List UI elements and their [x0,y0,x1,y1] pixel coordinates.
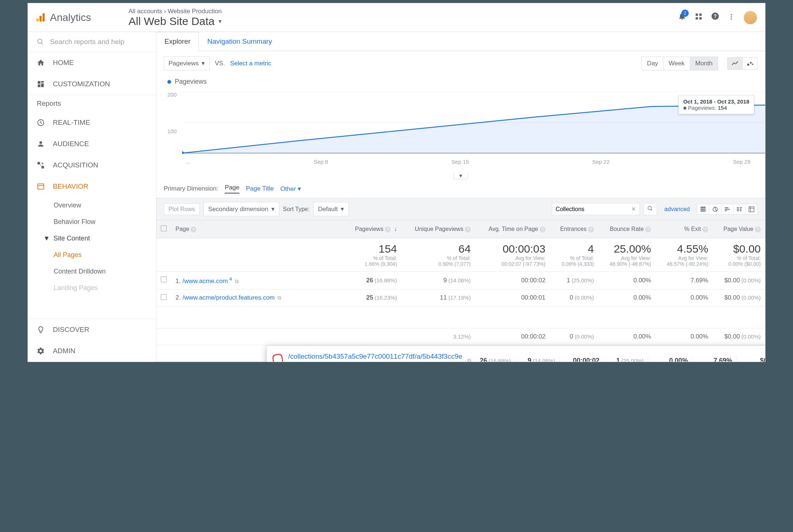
search-input[interactable] [556,206,631,213]
sidebar-item-audience[interactable]: AUDIENCE [28,133,156,155]
expand-chart-icon[interactable]: ▾ [453,172,468,180]
range-day[interactable]: Day [641,57,663,70]
sub-item-behavior-flow[interactable]: Behavior Flow [54,214,156,230]
search-reports[interactable]: Search reports and help [28,32,156,52]
line-chart-icon[interactable] [727,57,743,70]
vs-label: VS. [215,60,225,67]
page-link[interactable]: /www.acme/product.features.com [182,294,275,301]
pivot-view-icon[interactable] [745,204,758,215]
sub-item-all-pages[interactable]: All Pages [54,247,156,263]
caret-down-icon: ▼ [43,235,50,242]
range-month[interactable]: Month [690,57,718,70]
table-row [156,306,765,328]
svg-rect-35 [700,207,706,208]
sidebar-item-discover[interactable]: DISCOVER [28,319,156,340]
svg-rect-5 [696,17,698,19]
svg-rect-16 [41,83,44,87]
plot-rows-button[interactable]: Plot Rows [164,203,200,215]
sidebar-item-home[interactable]: HOME [28,52,156,73]
app-header: Analytics All accounts › Website Product… [28,3,765,32]
svg-rect-14 [38,81,40,84]
svg-point-31 [182,151,184,154]
page-link[interactable]: /www.acme.com [182,278,228,285]
clock-icon [37,119,45,127]
table-search[interactable]: ✕ [552,203,640,215]
table-row[interactable]: 1. /www.acme.com4⧉ 26(16.88%) 9(14.06%) … [156,272,765,290]
brand-label: Analytics [50,12,91,23]
dimension-other[interactable]: Other ▾ [280,185,301,193]
svg-rect-17 [38,84,40,87]
row-checkbox[interactable] [161,276,167,282]
motion-chart-icon[interactable] [742,57,758,70]
collection-url[interactable]: /collections/5b4357a5c9e77c00011c77df/a/… [288,352,464,362]
advanced-link[interactable]: advanced [665,206,690,213]
notification-badge: 2 [681,10,689,17]
table-row[interactable]: 2. /www.acme/product.features.com⧉ 25(16… [156,289,765,306]
svg-line-13 [41,43,43,44]
sidebar-item-acquisition[interactable]: ACQUISITION [28,155,156,176]
svg-rect-15 [41,81,44,83]
table-view-icon[interactable] [697,204,709,215]
metric-selector[interactable]: Pageviews ▾ [164,56,210,70]
sub-item-overview[interactable]: Overview [54,197,156,214]
help-icon[interactable]: ? [711,12,720,23]
open-icon[interactable]: ⧉ [467,358,471,362]
sub-item-site-content[interactable]: ▼Site Content [43,230,156,247]
more-icon[interactable] [728,12,735,23]
notifications-icon[interactable]: 2 [678,12,687,23]
bar-view-icon[interactable] [721,204,734,215]
range-week[interactable]: Week [663,57,690,70]
svg-rect-2 [43,13,45,21]
sidebar-item-behavior[interactable]: BEHAVIOR [28,176,156,197]
reports-section-label: Reports [28,95,156,112]
logo[interactable]: Analytics [35,12,120,23]
sub-item-landing-pages[interactable]: Landing Pages [54,280,156,296]
apps-icon[interactable] [695,12,703,23]
data-table: Page? Pageviews? ↓ Unique Pageviews? Avg… [156,220,765,362]
svg-point-9 [731,14,732,15]
table-row[interactable]: 3.12%) 00:00:02 0(0.00%) 0.00% 0.00% $0.… [156,328,765,345]
secondary-dimension-select[interactable]: Secondary dimension ▾ [203,202,279,216]
svg-rect-44 [737,209,739,210]
svg-text:?: ? [714,13,717,19]
help-icon[interactable]: ? [191,227,196,232]
svg-rect-43 [740,207,742,208]
home-icon [37,59,45,67]
sidebar-item-admin[interactable]: ADMIN [28,340,156,362]
sidebar-item-realtime[interactable]: REAL-TIME [28,112,156,133]
open-icon[interactable]: ⧉ [278,295,281,301]
sidebar-item-customization[interactable]: CUSTOMIZATION [28,73,156,95]
view-selector[interactable]: All Web Site Data ▼ [128,15,678,28]
chart-legend: Pageviews [156,76,765,88]
row-checkbox[interactable] [161,294,167,300]
sub-item-content-drilldown[interactable]: Content Drilldown [54,263,156,280]
svg-rect-48 [749,207,754,212]
breadcrumb[interactable]: All accounts › Website Production [128,8,678,15]
svg-rect-4 [699,14,702,16]
chart-tooltip: Oct 1, 2018 - Oct 23, 2018 ■ Pageviews: … [678,95,754,114]
behavior-icon [37,182,45,191]
svg-point-26 [752,64,753,65]
pie-view-icon[interactable] [709,204,721,215]
svg-rect-42 [737,207,739,208]
select-all-checkbox[interactable] [161,225,167,231]
svg-rect-6 [699,17,702,19]
clear-icon[interactable]: ✕ [631,206,636,213]
svg-rect-47 [740,210,742,211]
tab-navigation-summary[interactable]: Navigation Summary [199,32,280,51]
comparison-view-icon[interactable] [733,204,746,215]
dimension-page[interactable]: Page [225,184,239,193]
open-icon[interactable]: ⧉ [235,278,239,284]
legend-dot-icon [167,80,171,84]
sort-type-select[interactable]: Default ▾ [313,202,349,216]
select-metric-link[interactable]: Select a metric [230,60,271,67]
search-button[interactable] [643,203,657,216]
svg-point-33 [648,206,651,210]
user-avatar[interactable] [743,10,758,25]
main-content: Explorer Navigation Summary Pageviews ▾ … [156,32,765,362]
dimension-page-title[interactable]: Page Title [246,185,274,192]
svg-rect-3 [696,14,698,16]
primary-dimension-label: Primary Dimension: [164,185,218,192]
tab-explorer[interactable]: Explorer [156,32,199,51]
svg-point-21 [42,166,44,169]
